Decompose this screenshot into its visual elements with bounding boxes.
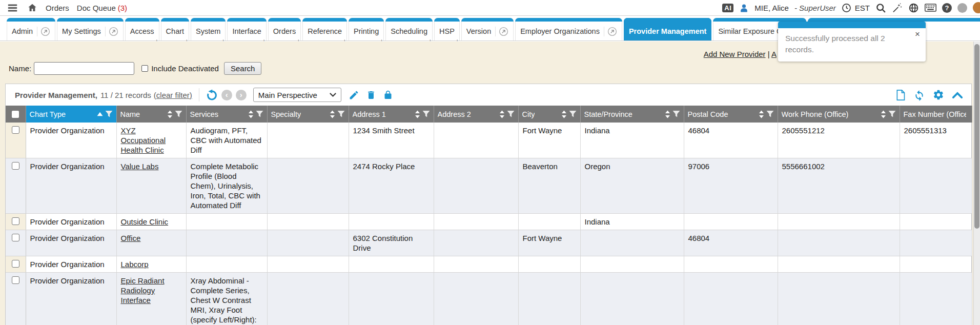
header-cell-postal[interactable]: Postal Code bbox=[684, 106, 778, 123]
header-cell-name[interactable]: Name bbox=[116, 106, 186, 123]
row-checkbox[interactable] bbox=[12, 217, 19, 225]
header-cell-state[interactable]: State/Province bbox=[580, 106, 684, 123]
add-new-provider-link[interactable]: Add New Provider bbox=[704, 50, 766, 58]
new-document-icon[interactable] bbox=[895, 89, 906, 101]
header-cell-address1[interactable]: Address 1 bbox=[349, 106, 434, 123]
include-deactivated-checkbox[interactable] bbox=[141, 65, 148, 72]
delete-perspective-icon[interactable] bbox=[366, 90, 376, 100]
edit-perspective-icon[interactable] bbox=[349, 90, 359, 100]
search-button[interactable]: Search bbox=[224, 62, 262, 75]
tab-hsp[interactable]: HSP bbox=[434, 18, 460, 40]
tab-label: Employer Organizations bbox=[520, 27, 600, 35]
page-background: Add New Provider | A Name: Include Deact… bbox=[0, 42, 980, 325]
perspective-select[interactable]: Main Perspective bbox=[253, 88, 341, 102]
timezone-label[interactable]: EST bbox=[855, 4, 870, 12]
tab-version[interactable]: Version bbox=[461, 18, 514, 40]
cell-chart_type: Provider Organization bbox=[26, 230, 116, 256]
cell-state: Indiana bbox=[580, 123, 684, 158]
tab-label: HSP bbox=[439, 27, 455, 35]
user-avatar-icon[interactable] bbox=[739, 3, 749, 13]
cell-services: Complete Metabolic Profile (Blood Chem),… bbox=[186, 158, 267, 214]
row-checkbox[interactable] bbox=[12, 234, 19, 241]
row-checkbox[interactable] bbox=[12, 260, 19, 268]
tab-interface[interactable]: Interface bbox=[227, 18, 266, 40]
settings-gear-icon[interactable] bbox=[933, 89, 944, 100]
header-cell-fax[interactable]: Fax Number (Office) bbox=[900, 106, 972, 123]
row-checkbox[interactable] bbox=[12, 126, 19, 134]
cell-chart_type: Provider Organization bbox=[26, 256, 116, 273]
provider-link[interactable]: Outside Clinic bbox=[121, 217, 169, 226]
tab-orders[interactable]: Orders bbox=[268, 18, 301, 40]
status-circle bbox=[957, 3, 967, 13]
next-page-button[interactable]: › bbox=[236, 90, 247, 100]
lock-icon[interactable] bbox=[383, 90, 393, 100]
tab-admin[interactable]: Admin bbox=[7, 18, 55, 40]
table-row: Provider OrganizationEpic Radiant Radiol… bbox=[6, 273, 972, 325]
select-all-header[interactable] bbox=[6, 106, 26, 123]
tab-system[interactable]: System bbox=[191, 18, 226, 40]
tab-provider-management[interactable]: Provider Management bbox=[624, 18, 712, 40]
tab-my-settings[interactable]: My Settings bbox=[57, 18, 124, 40]
vertical-scrollbar[interactable] bbox=[973, 42, 980, 325]
header-label: Fax Number (Office) bbox=[904, 110, 966, 118]
sort-asc-icon bbox=[97, 112, 103, 116]
partial-link[interactable]: A bbox=[771, 50, 777, 58]
user-name[interactable]: MIE, Alice bbox=[754, 4, 789, 12]
cell-name: Epic Radiant Radiology Interface bbox=[116, 273, 186, 325]
filter-funnel-icon bbox=[766, 110, 774, 118]
tab-scheduling[interactable]: Scheduling bbox=[385, 18, 433, 40]
scrollbar-thumb[interactable] bbox=[974, 44, 979, 229]
help-icon[interactable]: ? bbox=[942, 3, 952, 13]
search-icon[interactable] bbox=[875, 3, 886, 13]
header-cell-city[interactable]: City bbox=[518, 106, 580, 123]
header-cell-work_phone[interactable]: Work Phone (Office) bbox=[778, 106, 900, 123]
provider-link[interactable]: Labcorp bbox=[121, 260, 149, 269]
sort-both-icon bbox=[167, 110, 173, 118]
doc-queue-link[interactable]: Doc Queue(3) bbox=[77, 4, 127, 12]
ai-badge[interactable]: AI bbox=[722, 4, 733, 12]
tab-printing[interactable]: Printing bbox=[349, 18, 384, 40]
magic-wand-icon[interactable] bbox=[892, 3, 903, 13]
name-label: Name: bbox=[9, 64, 31, 73]
tab-label: System bbox=[196, 27, 220, 35]
undo-icon[interactable] bbox=[206, 89, 218, 101]
orders-link[interactable]: Orders bbox=[46, 4, 69, 12]
row-checkbox[interactable] bbox=[12, 276, 19, 284]
cell-postal bbox=[684, 273, 778, 325]
close-icon[interactable]: × bbox=[915, 30, 920, 38]
provider-link[interactable]: Office bbox=[121, 234, 141, 242]
cell-address1 bbox=[349, 256, 434, 273]
user-role: - SuperUser bbox=[794, 4, 836, 12]
provider-link[interactable]: XYZ Occupational Health Clinic bbox=[121, 126, 166, 154]
hamburger-menu-icon[interactable] bbox=[6, 3, 19, 13]
select-all-checkbox[interactable] bbox=[12, 111, 19, 118]
provider-link[interactable]: Value Labs bbox=[121, 162, 159, 171]
header-label: Name bbox=[120, 110, 140, 118]
tab-reference[interactable]: Reference bbox=[302, 18, 347, 40]
row-checkbox[interactable] bbox=[12, 162, 19, 170]
tab-chart[interactable]: Chart bbox=[161, 18, 189, 40]
header-label: Services bbox=[190, 110, 219, 118]
cell-fax bbox=[900, 256, 972, 273]
keyboard-icon[interactable] bbox=[925, 4, 936, 12]
filter-funnel-icon bbox=[507, 110, 515, 118]
collapse-chevron-icon[interactable] bbox=[952, 91, 963, 99]
cell-name: XYZ Occupational Health Clinic bbox=[116, 123, 186, 158]
header-label: Postal Code bbox=[688, 110, 728, 118]
header-cell-services[interactable]: Services bbox=[186, 106, 267, 123]
header-cell-address2[interactable]: Address 2 bbox=[434, 106, 518, 123]
globe-icon[interactable] bbox=[908, 3, 919, 13]
tab-employer-organizations[interactable]: Employer Organizations bbox=[515, 18, 622, 40]
clock-icon[interactable] bbox=[842, 3, 851, 13]
cell-fax: 2605551313 bbox=[900, 123, 972, 158]
prev-page-button[interactable]: ‹ bbox=[221, 90, 232, 100]
cell-postal: 97006 bbox=[684, 158, 778, 214]
provider-link[interactable]: Epic Radiant Radiology Interface bbox=[121, 276, 165, 304]
header-cell-chart_type[interactable]: Chart Type bbox=[26, 106, 116, 123]
home-icon[interactable] bbox=[27, 3, 38, 13]
name-input[interactable] bbox=[34, 62, 134, 75]
tab-access[interactable]: Access bbox=[125, 18, 159, 40]
header-cell-specialty[interactable]: Specialty bbox=[267, 106, 349, 123]
clear-filter-link[interactable]: (clear filter) bbox=[154, 91, 192, 99]
refresh-icon[interactable] bbox=[913, 89, 925, 101]
